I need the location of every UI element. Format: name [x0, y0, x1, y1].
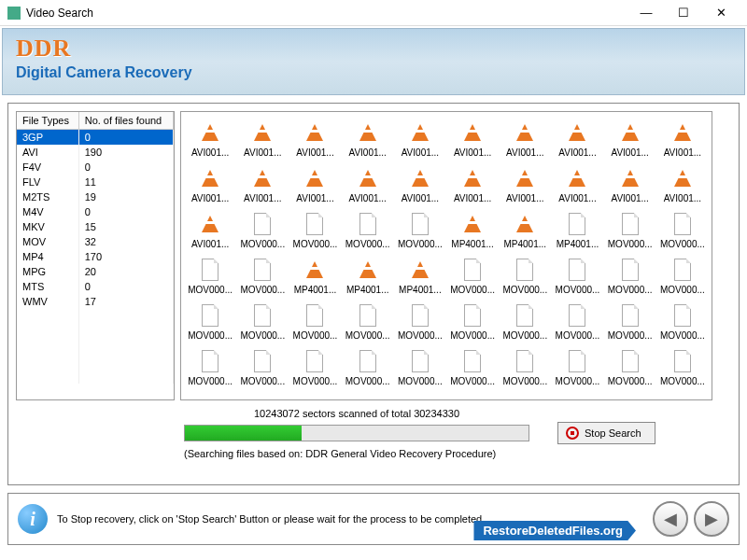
file-item[interactable]: MOV000...	[289, 299, 340, 341]
file-item[interactable]: AVI001...	[343, 161, 393, 203]
file-item[interactable]: MOV000...	[185, 253, 235, 295]
file-item[interactable]: MOV000...	[289, 344, 340, 386]
file-item[interactable]: AVI001...	[447, 161, 498, 203]
file-item[interactable]: AVI001...	[395, 116, 445, 158]
table-row[interactable]: F4V0	[17, 160, 174, 175]
file-item[interactable]: MOV000...	[657, 344, 708, 386]
file-item[interactable]: AVI001...	[395, 161, 445, 203]
file-type-cell: M4V	[17, 204, 78, 219]
file-item[interactable]: AVI001...	[237, 161, 288, 203]
table-row[interactable]: MTS0	[17, 279, 174, 294]
file-item[interactable]: AVI001...	[605, 161, 655, 203]
maximize-button[interactable]: ☐	[665, 0, 702, 26]
file-item[interactable]: MOV000...	[343, 299, 393, 341]
file-item[interactable]: AVI001...	[552, 161, 602, 203]
file-item[interactable]: AVI001...	[500, 161, 550, 203]
file-item[interactable]: MP4001...	[289, 253, 340, 295]
progress-area: 10243072 sectors scanned of total 302343…	[16, 400, 731, 459]
file-item[interactable]: MOV000...	[552, 299, 602, 341]
file-item[interactable]: MOV000...	[657, 207, 708, 249]
file-item[interactable]: AVI001...	[552, 116, 602, 158]
prev-button[interactable]: ◀	[653, 501, 688, 537]
file-item[interactable]: MOV000...	[395, 344, 445, 386]
col-file-types[interactable]: File Types	[17, 112, 78, 130]
file-item[interactable]: AVI001...	[343, 116, 393, 158]
file-item[interactable]: MOV000...	[657, 299, 708, 341]
table-row[interactable]: MKV15	[17, 219, 174, 234]
table-row[interactable]: M4V0	[17, 204, 174, 219]
file-item[interactable]: MOV000...	[447, 344, 498, 386]
table-row[interactable]: 3GP0	[17, 130, 174, 146]
file-item[interactable]: MOV000...	[447, 253, 498, 295]
file-item[interactable]: MP4001...	[552, 207, 602, 249]
table-row[interactable]: FLV11	[17, 175, 174, 189]
file-item[interactable]: AVI001...	[237, 116, 288, 158]
file-item[interactable]: MP4001...	[395, 253, 445, 295]
file-item[interactable]: MOV000...	[552, 253, 602, 295]
website-badge[interactable]: RestoreDeletedFiles.org	[473, 521, 636, 540]
file-item[interactable]: MOV000...	[237, 253, 288, 295]
file-count-cell: 170	[78, 249, 173, 264]
file-item[interactable]: MOV000...	[605, 207, 655, 249]
table-row[interactable]: MOV32	[17, 234, 174, 249]
file-item[interactable]: AVI001...	[185, 161, 235, 203]
file-item[interactable]: MOV000...	[447, 299, 498, 341]
file-item[interactable]: AVI001...	[605, 116, 655, 158]
file-item[interactable]: MOV000...	[343, 344, 393, 386]
file-item[interactable]: MOV000...	[500, 344, 550, 386]
file-results-panel[interactable]: AVI001...AVI001...AVI001...AVI001...AVI0…	[180, 111, 712, 400]
file-item[interactable]: AVI001...	[185, 116, 235, 158]
file-item[interactable]: MOV000...	[185, 299, 235, 341]
file-item[interactable]: AVI001...	[657, 116, 708, 158]
document-icon	[459, 257, 486, 283]
file-item[interactable]: MP4001...	[343, 253, 393, 295]
minimize-button[interactable]: —	[627, 0, 665, 26]
document-icon	[355, 211, 381, 237]
file-item[interactable]: MOV000...	[395, 299, 445, 341]
table-row[interactable]: AVI190	[17, 145, 174, 160]
file-item[interactable]: AVI001...	[185, 207, 235, 249]
file-item[interactable]: MP4001...	[500, 207, 550, 249]
file-item[interactable]: MOV000...	[343, 207, 393, 249]
table-row[interactable]: WMV17	[17, 294, 174, 309]
file-item[interactable]: MOV000...	[605, 253, 655, 295]
file-name: AVI001...	[289, 193, 340, 203]
file-item[interactable]: MOV000...	[500, 299, 550, 341]
file-item[interactable]: MOV000...	[185, 344, 235, 386]
file-item[interactable]: MOV000...	[237, 207, 288, 249]
file-name: MOV000...	[605, 376, 655, 386]
col-files-found[interactable]: No. of files found	[78, 112, 173, 130]
close-button[interactable]: ✕	[702, 0, 740, 26]
file-types-table[interactable]: File Types No. of files found 3GP0AVI190…	[17, 112, 174, 384]
file-item[interactable]: MP4001...	[447, 207, 498, 249]
file-name: AVI001...	[605, 193, 655, 203]
file-item[interactable]: MOV000...	[289, 207, 340, 249]
file-item[interactable]: AVI001...	[500, 116, 550, 158]
file-item[interactable]: AVI001...	[657, 161, 708, 203]
file-item[interactable]: MOV000...	[500, 253, 550, 295]
file-item[interactable]: AVI001...	[289, 116, 340, 158]
file-item[interactable]: MOV000...	[657, 253, 708, 295]
app-icon	[7, 7, 21, 20]
video-cone-icon	[407, 165, 433, 191]
table-row[interactable]: M2TS19	[17, 189, 174, 204]
table-row[interactable]: MP4170	[17, 249, 174, 264]
file-item[interactable]: AVI001...	[289, 161, 340, 203]
file-item[interactable]: AVI001...	[447, 116, 498, 158]
file-name: MP4001...	[289, 285, 340, 295]
table-row[interactable]: MPG20	[17, 264, 174, 279]
file-item[interactable]: MOV000...	[605, 344, 655, 386]
file-name: MOV000...	[185, 330, 235, 341]
file-name: MOV000...	[500, 376, 550, 386]
next-button[interactable]: ▶	[694, 501, 729, 537]
stop-search-button[interactable]: Stop Search	[557, 422, 655, 444]
file-item[interactable]: MOV000...	[552, 344, 602, 386]
file-count-cell: 17	[78, 294, 173, 309]
file-item[interactable]: MOV000...	[605, 299, 655, 341]
file-item[interactable]: MOV000...	[395, 207, 445, 249]
video-cone-icon	[564, 119, 590, 146]
file-name: MOV000...	[289, 330, 340, 341]
file-item[interactable]: MOV000...	[237, 299, 288, 341]
video-cone-icon	[459, 119, 486, 146]
file-item[interactable]: MOV000...	[237, 344, 288, 386]
